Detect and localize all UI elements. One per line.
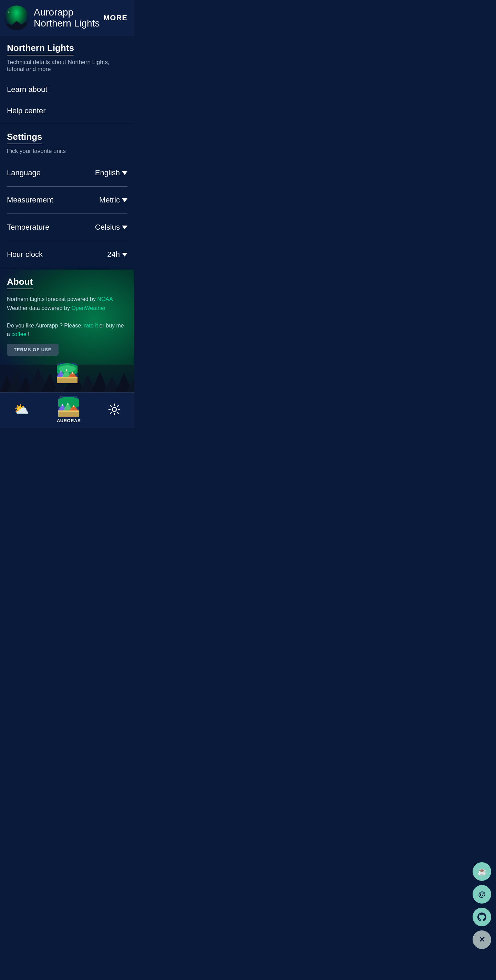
hour-clock-value: 24h <box>107 250 120 259</box>
language-row: Language English <box>7 161 128 185</box>
rate-link[interactable]: rate it <box>84 323 98 328</box>
temperature-value: Celsius <box>95 223 120 232</box>
row-divider-2 <box>7 213 128 214</box>
auroras-icon <box>58 396 79 417</box>
language-dropdown[interactable]: English <box>95 169 128 177</box>
about-section: About Northern Lights forecast powered b… <box>0 270 134 392</box>
language-label: Language <box>7 169 41 177</box>
app-icon-area <box>7 356 128 389</box>
northern-lights-title: Northern Lights <box>7 43 74 56</box>
about-title: About <box>7 277 33 289</box>
hour-clock-dropdown-arrow <box>122 253 128 256</box>
svg-point-34 <box>112 407 116 412</box>
language-dropdown-arrow <box>122 171 128 175</box>
app-name-line2: Northern Lights <box>34 18 102 29</box>
temperature-row: Temperature Celsius <box>7 215 128 239</box>
hour-clock-dropdown[interactable]: 24h <box>107 250 128 259</box>
app-name-line1: Aurorapp <box>34 7 102 18</box>
app-store-icon[interactable] <box>57 363 78 383</box>
about-content: About Northern Lights forecast powered b… <box>7 277 128 356</box>
weather-icon: ⛅ <box>14 402 29 417</box>
settings-rows: Language English Measurement Metric Temp… <box>0 161 134 267</box>
row-divider-3 <box>7 241 128 241</box>
app-header: Aurorapp Northern Lights MORE <box>0 0 134 36</box>
rate-pre: Do you like Aurorapp ? Please, <box>7 323 84 328</box>
measurement-dropdown-arrow <box>122 198 128 202</box>
temperature-dropdown-arrow <box>122 226 128 229</box>
section-divider-2 <box>0 268 134 268</box>
app-icon-svg <box>57 363 78 383</box>
settings-title: Settings <box>7 132 42 144</box>
noaa-pre: Northern Lights forecast powered by <box>7 296 97 302</box>
measurement-dropdown[interactable]: Metric <box>99 196 128 205</box>
nav-auroras[interactable]: AURORAS <box>57 396 81 423</box>
header-text: Aurorapp Northern Lights <box>29 7 102 29</box>
openweather-pre: Weather data powered by <box>7 305 71 311</box>
rate-end: ! <box>27 331 30 337</box>
svg-rect-27 <box>58 410 79 412</box>
more-button[interactable]: MORE <box>102 11 129 25</box>
nav-list: Learn about Help center <box>0 79 134 122</box>
measurement-label: Measurement <box>7 196 53 205</box>
bottom-navigation: ⛅ AURORAS <box>0 392 134 428</box>
about-text: Northern Lights forecast powered by NOAA… <box>7 295 128 339</box>
noaa-link[interactable]: NOAA <box>97 296 113 302</box>
terms-of-use-button[interactable]: TERMS OF USE <box>7 344 59 356</box>
auroras-label: AURORAS <box>57 418 81 423</box>
section-divider-1 <box>0 123 134 123</box>
measurement-value: Metric <box>99 196 120 205</box>
nav-settings[interactable] <box>108 403 121 415</box>
row-divider-1 <box>7 186 128 187</box>
coffee-link[interactable]: coffee <box>11 331 26 337</box>
nav-weather[interactable]: ⛅ <box>14 402 29 417</box>
temperature-label: Temperature <box>7 223 49 232</box>
measurement-row: Measurement Metric <box>7 188 128 212</box>
temperature-dropdown[interactable]: Celsius <box>95 223 128 232</box>
app-logo <box>4 5 29 30</box>
settings-subtitle: Pick your favorite units <box>7 148 128 154</box>
auroras-app-icon <box>58 396 79 417</box>
hour-clock-label: Hour clock <box>7 250 43 259</box>
gear-icon <box>108 403 121 415</box>
svg-rect-17 <box>57 377 78 379</box>
settings-section: Settings Pick your favorite units <box>0 125 134 161</box>
hour-clock-row: Hour clock 24h <box>7 242 128 267</box>
northern-lights-subtitle: Technical details about Northern Lights,… <box>7 59 128 73</box>
openweather-link[interactable]: OpenWeather <box>71 305 105 311</box>
language-value: English <box>95 169 120 177</box>
northern-lights-section: Northern Lights Technical details about … <box>0 36 134 79</box>
help-center-link[interactable]: Help center <box>7 100 128 122</box>
learn-about-link[interactable]: Learn about <box>7 79 128 100</box>
